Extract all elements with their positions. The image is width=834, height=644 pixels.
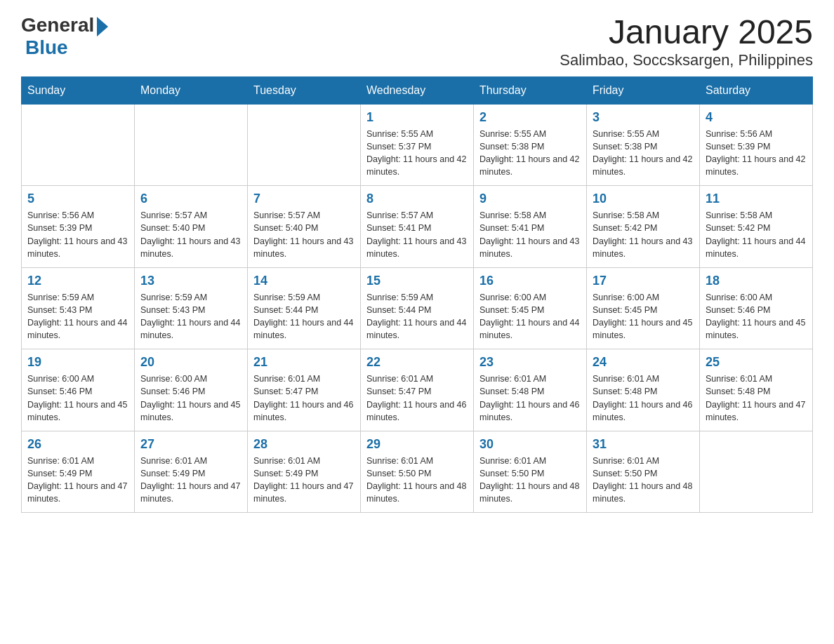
calendar-cell: 5Sunrise: 5:56 AM Sunset: 5:39 PM Daylig…: [22, 186, 135, 268]
day-number: 5: [27, 192, 128, 206]
calendar-cell: 9Sunrise: 5:58 AM Sunset: 5:41 PM Daylig…: [474, 186, 587, 268]
day-info: Sunrise: 5:57 AM Sunset: 5:40 PM Dayligh…: [140, 209, 241, 260]
week-row-2: 5Sunrise: 5:56 AM Sunset: 5:39 PM Daylig…: [22, 186, 813, 268]
day-number: 22: [366, 355, 468, 370]
calendar-cell: 15Sunrise: 5:59 AM Sunset: 5:44 PM Dayli…: [361, 267, 474, 349]
day-info: Sunrise: 5:57 AM Sunset: 5:40 PM Dayligh…: [253, 209, 355, 260]
calendar-cell: 27Sunrise: 6:01 AM Sunset: 5:49 PM Dayli…: [135, 431, 248, 513]
calendar-cell: 7Sunrise: 5:57 AM Sunset: 5:40 PM Daylig…: [248, 186, 361, 268]
day-info: Sunrise: 6:01 AM Sunset: 5:50 PM Dayligh…: [479, 455, 581, 506]
day-number: 2: [479, 110, 581, 125]
month-title: January 2025: [560, 14, 813, 51]
calendar-cell: 31Sunrise: 6:01 AM Sunset: 5:50 PM Dayli…: [587, 431, 700, 513]
day-info: Sunrise: 5:59 AM Sunset: 5:43 PM Dayligh…: [140, 291, 241, 342]
day-info: Sunrise: 6:01 AM Sunset: 5:49 PM Dayligh…: [140, 455, 241, 506]
weekday-header-sunday: Sunday: [22, 76, 135, 104]
weekday-header-wednesday: Wednesday: [361, 76, 474, 104]
day-info: Sunrise: 6:01 AM Sunset: 5:49 PM Dayligh…: [27, 455, 128, 506]
day-info: Sunrise: 5:56 AM Sunset: 5:39 PM Dayligh…: [706, 128, 807, 179]
calendar-cell: 8Sunrise: 5:57 AM Sunset: 5:41 PM Daylig…: [361, 186, 474, 268]
day-info: Sunrise: 5:58 AM Sunset: 5:41 PM Dayligh…: [479, 209, 581, 260]
calendar-cell: 6Sunrise: 5:57 AM Sunset: 5:40 PM Daylig…: [135, 186, 248, 268]
calendar-cell: [700, 431, 813, 513]
calendar-cell: 29Sunrise: 6:01 AM Sunset: 5:50 PM Dayli…: [361, 431, 474, 513]
day-info: Sunrise: 6:01 AM Sunset: 5:48 PM Dayligh…: [706, 373, 807, 424]
day-number: 7: [253, 192, 355, 206]
logo-general-text: General: [21, 14, 94, 36]
day-number: 20: [140, 355, 241, 370]
day-info: Sunrise: 6:01 AM Sunset: 5:50 PM Dayligh…: [593, 455, 694, 506]
day-number: 14: [253, 274, 355, 288]
calendar-cell: 10Sunrise: 5:58 AM Sunset: 5:42 PM Dayli…: [587, 186, 700, 268]
calendar-cell: 20Sunrise: 6:00 AM Sunset: 5:46 PM Dayli…: [135, 349, 248, 431]
day-info: Sunrise: 6:00 AM Sunset: 5:46 PM Dayligh…: [706, 291, 807, 342]
day-info: Sunrise: 5:56 AM Sunset: 5:39 PM Dayligh…: [27, 209, 128, 260]
day-number: 3: [593, 110, 694, 125]
calendar-cell: 11Sunrise: 5:58 AM Sunset: 5:42 PM Dayli…: [700, 186, 813, 268]
day-number: 18: [706, 274, 807, 288]
weekday-header-monday: Monday: [135, 76, 248, 104]
calendar-cell: 16Sunrise: 6:00 AM Sunset: 5:45 PM Dayli…: [474, 267, 587, 349]
calendar-cell: 13Sunrise: 5:59 AM Sunset: 5:43 PM Dayli…: [135, 267, 248, 349]
calendar-cell: [135, 104, 248, 186]
week-row-5: 26Sunrise: 6:01 AM Sunset: 5:49 PM Dayli…: [22, 431, 813, 513]
logo-triangle-right: [97, 17, 108, 36]
calendar-cell: 21Sunrise: 6:01 AM Sunset: 5:47 PM Dayli…: [248, 349, 361, 431]
day-number: 30: [479, 437, 581, 452]
day-info: Sunrise: 6:00 AM Sunset: 5:46 PM Dayligh…: [27, 373, 128, 424]
calendar-cell: 28Sunrise: 6:01 AM Sunset: 5:49 PM Dayli…: [248, 431, 361, 513]
day-info: Sunrise: 6:01 AM Sunset: 5:47 PM Dayligh…: [366, 373, 468, 424]
day-info: Sunrise: 6:01 AM Sunset: 5:47 PM Dayligh…: [253, 373, 355, 424]
day-number: 11: [706, 192, 807, 206]
day-info: Sunrise: 5:55 AM Sunset: 5:37 PM Dayligh…: [366, 128, 468, 179]
day-number: 10: [593, 192, 694, 206]
day-number: 24: [593, 355, 694, 370]
day-number: 27: [140, 437, 241, 452]
weekday-header-row: SundayMondayTuesdayWednesdayThursdayFrid…: [22, 76, 813, 104]
day-info: Sunrise: 6:01 AM Sunset: 5:48 PM Dayligh…: [479, 373, 581, 424]
day-number: 31: [593, 437, 694, 452]
day-info: Sunrise: 6:00 AM Sunset: 5:46 PM Dayligh…: [140, 373, 241, 424]
day-info: Sunrise: 6:01 AM Sunset: 5:50 PM Dayligh…: [366, 455, 468, 506]
calendar-cell: [22, 104, 135, 186]
day-number: 9: [479, 192, 581, 206]
day-info: Sunrise: 5:58 AM Sunset: 5:42 PM Dayligh…: [706, 209, 807, 260]
day-number: 12: [27, 274, 128, 288]
day-info: Sunrise: 6:00 AM Sunset: 5:45 PM Dayligh…: [479, 291, 581, 342]
week-row-3: 12Sunrise: 5:59 AM Sunset: 5:43 PM Dayli…: [22, 267, 813, 349]
calendar-cell: 24Sunrise: 6:01 AM Sunset: 5:48 PM Dayli…: [587, 349, 700, 431]
day-info: Sunrise: 5:55 AM Sunset: 5:38 PM Dayligh…: [479, 128, 581, 179]
day-number: 16: [479, 274, 581, 288]
day-info: Sunrise: 5:55 AM Sunset: 5:38 PM Dayligh…: [593, 128, 694, 179]
calendar-cell: 14Sunrise: 5:59 AM Sunset: 5:44 PM Dayli…: [248, 267, 361, 349]
day-info: Sunrise: 5:57 AM Sunset: 5:41 PM Dayligh…: [366, 209, 468, 260]
week-row-4: 19Sunrise: 6:00 AM Sunset: 5:46 PM Dayli…: [22, 349, 813, 431]
page-header: General Blue January 2025 Salimbao, Socc…: [21, 14, 813, 69]
day-info: Sunrise: 5:59 AM Sunset: 5:44 PM Dayligh…: [366, 291, 468, 342]
week-row-1: 1Sunrise: 5:55 AM Sunset: 5:37 PM Daylig…: [22, 104, 813, 186]
day-number: 1: [366, 110, 468, 125]
day-number: 17: [593, 274, 694, 288]
weekday-header-saturday: Saturday: [700, 76, 813, 104]
weekday-header-friday: Friday: [587, 76, 700, 104]
day-info: Sunrise: 5:58 AM Sunset: 5:42 PM Dayligh…: [593, 209, 694, 260]
calendar-cell: 2Sunrise: 5:55 AM Sunset: 5:38 PM Daylig…: [474, 104, 587, 186]
logo: General Blue: [21, 14, 108, 59]
calendar-cell: 18Sunrise: 6:00 AM Sunset: 5:46 PM Dayli…: [700, 267, 813, 349]
day-info: Sunrise: 5:59 AM Sunset: 5:43 PM Dayligh…: [27, 291, 128, 342]
calendar-cell: 22Sunrise: 6:01 AM Sunset: 5:47 PM Dayli…: [361, 349, 474, 431]
day-number: 19: [27, 355, 128, 370]
day-number: 29: [366, 437, 468, 452]
day-number: 15: [366, 274, 468, 288]
day-number: 25: [706, 355, 807, 370]
calendar-cell: 17Sunrise: 6:00 AM Sunset: 5:45 PM Dayli…: [587, 267, 700, 349]
logo-blue-text: Blue: [25, 36, 68, 59]
calendar-cell: 30Sunrise: 6:01 AM Sunset: 5:50 PM Dayli…: [474, 431, 587, 513]
calendar-table: SundayMondayTuesdayWednesdayThursdayFrid…: [21, 76, 813, 514]
calendar-cell: 3Sunrise: 5:55 AM Sunset: 5:38 PM Daylig…: [587, 104, 700, 186]
day-info: Sunrise: 6:00 AM Sunset: 5:45 PM Dayligh…: [593, 291, 694, 342]
location-title: Salimbao, Soccsksargen, Philippines: [560, 51, 813, 69]
day-number: 23: [479, 355, 581, 370]
day-number: 4: [706, 110, 807, 125]
day-info: Sunrise: 6:01 AM Sunset: 5:49 PM Dayligh…: [253, 455, 355, 506]
